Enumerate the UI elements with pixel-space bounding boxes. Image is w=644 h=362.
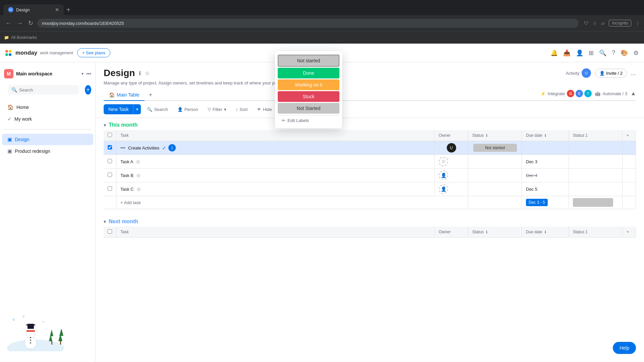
add-person-icon[interactable]: ⊕ (137, 186, 141, 192)
sidebar-item-home[interactable]: 🏠 Home (2, 102, 93, 113)
more-nav-icon[interactable]: ⋮ (635, 20, 640, 26)
tablet-icon[interactable]: ▱ (601, 20, 605, 26)
back-btn[interactable]: ← (4, 18, 13, 28)
group-chevron-next-month[interactable]: ▾ (104, 219, 106, 224)
status-badge-not-started[interactable]: Not started (473, 144, 517, 152)
duedate-info-icon[interactable]: ℹ (545, 133, 546, 137)
search-btn[interactable]: 🔍 Search (144, 105, 171, 114)
apps-icon[interactable]: ⊞ (589, 49, 594, 57)
sort-icon: ↕ (236, 107, 238, 112)
refresh-btn[interactable]: ↻ (27, 18, 35, 28)
add-tab-btn[interactable]: + (146, 90, 155, 100)
row-owner-cell: 👤 (435, 182, 468, 196)
row-status-cell[interactable]: Not started (468, 141, 522, 155)
content-area: Design ℹ ☆ Activity U 👤 Invite / 2 ... (96, 62, 644, 362)
filter-btn[interactable]: ▽ Filter ▾ (204, 105, 230, 114)
empty-avatar[interactable]: 👤 (439, 184, 448, 194)
row-status-cell[interactable] (468, 155, 522, 169)
sidebar-item-product-redesign[interactable]: ▣ Product redesign (2, 145, 93, 157)
col-header-add[interactable]: + (623, 130, 636, 141)
add-task-row[interactable]: + Add task Dec 3 - 5 (104, 196, 636, 209)
new-task-btn[interactable]: New Task (104, 104, 133, 114)
tab-main-table[interactable]: 🏠 Main Table (104, 89, 145, 101)
add-person-icon[interactable]: ⊕ (136, 172, 141, 179)
col-header-add2[interactable]: + (623, 227, 636, 238)
sidebar-item-design[interactable]: ▣ Design (2, 134, 93, 145)
add-task-empty1 (468, 196, 522, 209)
status-info-icon2[interactable]: ℹ (486, 230, 487, 234)
select-all-checkbox[interactable] (108, 133, 112, 137)
bell-icon[interactable]: 🔔 (550, 49, 558, 57)
owner-avatar: U (447, 143, 456, 153)
row-checkbox[interactable] (104, 182, 116, 196)
status-option-not-started-selected[interactable]: Not started (278, 55, 339, 67)
address-bar[interactable]: moodjoy.monday.com/boards/1830420525 (37, 19, 579, 28)
sidebar-search-box[interactable]: 🔍 (8, 85, 79, 95)
workspace-selector[interactable]: M Main workspace ▾ ••• (0, 66, 95, 81)
tab-bar: M Design ✕ + (0, 0, 644, 15)
group-chevron-this-month[interactable]: ▾ (104, 122, 106, 128)
row-status-cell[interactable] (468, 169, 522, 182)
table-header-row: Task Owner Status ℹ Due date ℹ (104, 130, 636, 141)
integrate-btn[interactable]: ⚡ Integrate G C T (540, 90, 592, 97)
settings-icon[interactable]: ⚙ (633, 49, 639, 57)
add-task-empty2: Dec 3 - 5 (522, 196, 569, 209)
row-checkbox[interactable] (104, 141, 116, 155)
status-option-working[interactable]: Working on it (278, 79, 339, 90)
design-label: Design (15, 137, 30, 142)
activity-btn[interactable]: Activity U (566, 68, 591, 78)
sidebar-add-btn[interactable]: + (85, 85, 91, 95)
forward-btn[interactable]: → (15, 18, 24, 28)
svg-rect-15 (26, 324, 35, 325)
inbox-icon[interactable]: 📥 (563, 49, 571, 57)
snowman-decoration: ❄ ❄ ❄ (0, 306, 95, 358)
check-icon[interactable]: ✓ (162, 145, 166, 151)
invite-label: Invite / 2 (606, 71, 623, 76)
new-task-dropdown-btn[interactable]: ▾ (133, 104, 141, 114)
sidebar-item-mywork[interactable]: ✓ My work (2, 113, 93, 125)
color-icon[interactable]: 🎨 (621, 49, 628, 57)
row-checkbox[interactable] (104, 155, 116, 169)
group-title-next-month[interactable]: Next month (109, 219, 138, 225)
help-btn[interactable]: Help (613, 342, 636, 354)
group-title-this-month[interactable]: This month (109, 122, 138, 128)
sort-btn[interactable]: ↕ Sort (232, 105, 251, 114)
board-more-btn[interactable]: ... (631, 70, 636, 77)
people-icon[interactable]: 👤 (576, 49, 583, 57)
status-option-not-started[interactable]: Not Started (278, 103, 339, 114)
search-icon[interactable]: 🔍 (599, 49, 606, 57)
help-icon[interactable]: ? (612, 49, 615, 56)
this-month-table: Task Owner Status ℹ Due date ℹ (104, 130, 636, 209)
automate-btn[interactable]: 🤖 Automate / 3 (595, 91, 627, 96)
row-add-cell (623, 155, 636, 169)
tab-close-btn[interactable]: ✕ (55, 7, 59, 12)
logo-sub: work management (40, 51, 73, 55)
add-task-label[interactable]: + Add task (116, 196, 468, 209)
empty-avatar[interactable]: 👤 (439, 171, 448, 180)
active-tab[interactable]: M Design ✕ (3, 4, 64, 15)
sidebar-search-input[interactable] (19, 87, 75, 93)
select-all-checkbox2[interactable] (108, 229, 112, 234)
new-tab-btn[interactable]: + (64, 5, 73, 15)
status-option-done[interactable]: Done (278, 68, 339, 78)
board-star-btn[interactable]: ☆ (145, 70, 150, 76)
see-plans-btn[interactable]: + See plans (77, 48, 110, 57)
integrate-icon: ⚡ (540, 91, 546, 96)
workspace-more-icon[interactable]: ••• (86, 71, 91, 76)
star-icon[interactable]: ☆ (593, 20, 597, 26)
row-status-cell[interactable] (468, 182, 522, 196)
row-options-icon[interactable]: ••• (120, 145, 125, 150)
person-btn[interactable]: 👤 Person (174, 105, 202, 114)
collapse-btn[interactable]: ▲ (631, 90, 636, 97)
col-header-owner: Owner (435, 130, 468, 141)
edit-labels-btn[interactable]: ✏ Edit Labels (278, 115, 339, 126)
status-option-stuck[interactable]: Stuck (278, 91, 339, 102)
add-person-icon[interactable]: ⊕ (136, 159, 140, 165)
invite-btn[interactable]: 👤 Invite / 2 (595, 69, 627, 78)
row-checkbox[interactable] (104, 169, 116, 182)
status-info-icon[interactable]: ℹ (486, 133, 487, 137)
duedate-info-icon2[interactable]: ℹ (545, 230, 546, 234)
empty-avatar[interactable]: ⚙ (439, 157, 448, 166)
hide-btn[interactable]: 👁 Hide (254, 105, 275, 114)
board-info-btn[interactable]: ℹ (139, 70, 141, 76)
